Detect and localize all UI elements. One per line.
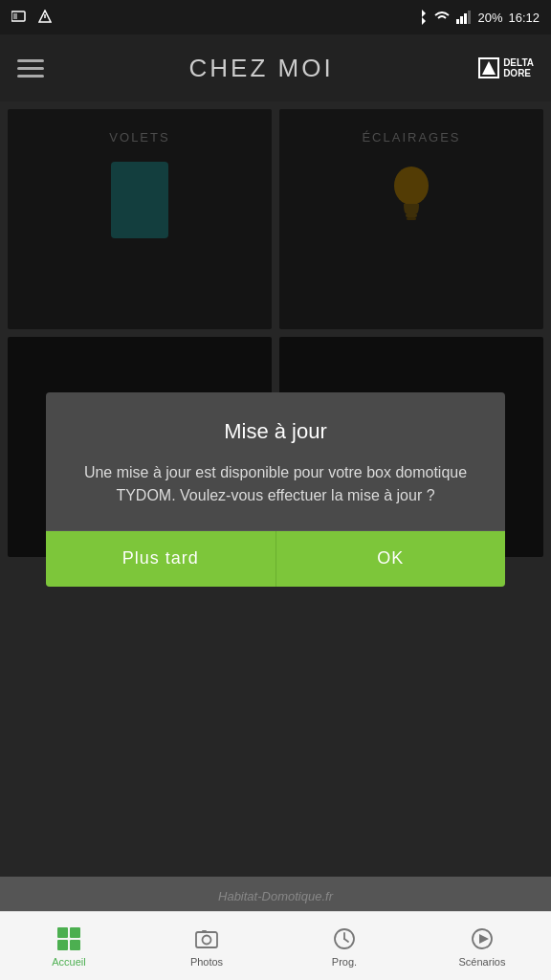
dialog-overlay: Mise à jour Une mise à jour est disponib… — [0, 101, 551, 877]
status-bar: 20% 16:12 — [0, 0, 551, 34]
accueil-icon — [55, 925, 82, 952]
camera-icon — [193, 925, 220, 952]
bottom-nav: Accueil Photos Prog. Sc — [0, 911, 551, 980]
svg-rect-18 — [202, 930, 207, 933]
nav-prog-label: Prog. — [332, 956, 357, 968]
dialog-title: Mise à jour — [77, 419, 474, 444]
hamburger-menu[interactable] — [17, 59, 44, 78]
svg-line-21 — [344, 939, 348, 942]
play-icon — [469, 925, 496, 952]
nav-accueil-label: Accueil — [52, 956, 85, 968]
clock-icon — [331, 925, 358, 952]
update-dialog: Mise à jour Une mise à jour est disponib… — [46, 392, 505, 587]
svg-rect-1 — [13, 13, 17, 19]
time: 16:12 — [508, 11, 540, 25]
svg-rect-4 — [456, 19, 459, 24]
dialog-message: Une mise à jour est disponible pour votr… — [77, 461, 474, 507]
ok-button[interactable]: OK — [276, 531, 506, 587]
dialog-buttons: Plus tard OK — [46, 530, 505, 587]
page-title: CHEZ MOI — [189, 54, 334, 83]
svg-rect-5 — [460, 16, 463, 24]
delta-dore-logo: DELTADORE — [478, 57, 534, 78]
main-grid: VOLETS ÉCLAIRAGES — [0, 101, 551, 911]
svg-rect-6 — [464, 13, 467, 24]
svg-rect-16 — [196, 932, 217, 947]
status-icons: 20% 16:12 — [416, 9, 540, 26]
nav-photos[interactable]: Photos — [138, 925, 276, 968]
svg-rect-7 — [468, 11, 471, 24]
svg-point-17 — [203, 935, 211, 944]
svg-marker-23 — [479, 934, 489, 944]
nav-prog[interactable]: Prog. — [276, 925, 413, 968]
nav-photos-label: Photos — [190, 956, 223, 968]
nav-scenarios-label: Scénarios — [459, 956, 506, 968]
logo-text: DELTADORE — [503, 57, 534, 78]
nav-scenarios[interactable]: Scénarios — [413, 925, 551, 968]
nav-accueil[interactable]: Accueil — [0, 925, 138, 968]
battery-percent: 20% — [477, 11, 502, 25]
top-nav: CHEZ MOI DELTADORE — [0, 34, 551, 101]
later-button[interactable]: Plus tard — [46, 531, 276, 587]
dialog-body: Mise à jour Une mise à jour est disponib… — [46, 392, 505, 530]
logo-icon — [478, 57, 499, 78]
